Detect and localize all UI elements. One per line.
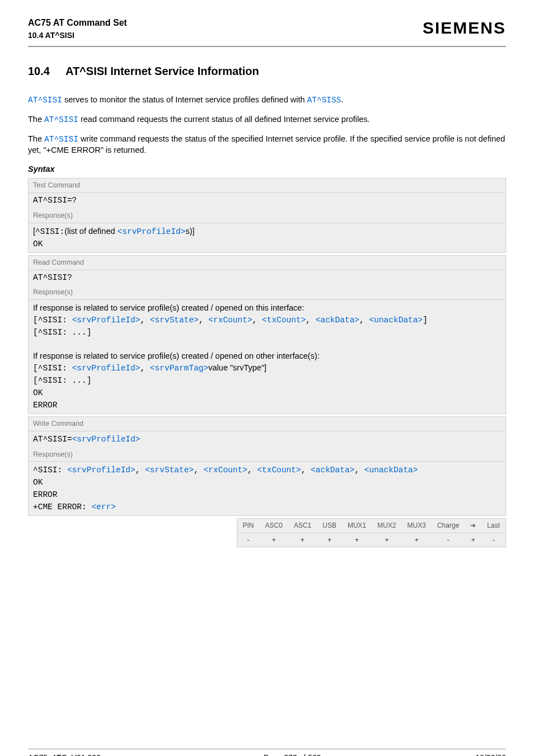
note: If response is related to service profil… bbox=[33, 303, 304, 312]
cme-error: +CME ERROR: bbox=[33, 503, 91, 511]
sep: , bbox=[306, 316, 315, 325]
read-command-block: Read Command AT^SISI? Response(s) If res… bbox=[28, 255, 506, 414]
page-header: AC75 AT Command Set 10.4 AT^SISI SIEMENS bbox=[28, 17, 506, 40]
header-left: AC75 AT Command Set 10.4 AT^SISI bbox=[28, 17, 127, 40]
ok: OK bbox=[33, 388, 43, 397]
cap-val: - bbox=[432, 533, 465, 547]
text: [ bbox=[33, 364, 38, 373]
param-srvprofileid[interactable]: <srvProfileId> bbox=[72, 435, 140, 444]
text: . bbox=[341, 95, 343, 104]
text: read command requests the current status… bbox=[78, 115, 370, 124]
param-srvprofileid[interactable]: <srvProfileId> bbox=[67, 466, 135, 475]
link-at-sisi[interactable]: AT^SISI bbox=[44, 115, 78, 124]
tag: ^SISI: bbox=[38, 364, 72, 373]
ok: OK bbox=[33, 478, 43, 487]
doc-subtitle: 10.4 AT^SISI bbox=[28, 30, 127, 41]
response-head: Response(s) bbox=[29, 285, 505, 300]
param-unackdata[interactable]: <unackData> bbox=[369, 316, 423, 325]
link-at-sisi[interactable]: AT^SISI bbox=[28, 96, 62, 105]
cap-val: + bbox=[372, 533, 401, 547]
sep: , bbox=[135, 466, 145, 475]
param-srvparmtag[interactable]: <srvParmTag> bbox=[150, 364, 208, 373]
cap-head: ASC1 bbox=[288, 519, 317, 533]
param-err[interactable]: <err> bbox=[91, 503, 116, 511]
param-ackdata[interactable]: <ackData> bbox=[311, 466, 354, 475]
doc-title: AC75 AT Command Set bbox=[28, 17, 127, 29]
link-at-siss[interactable]: AT^SISS bbox=[307, 96, 341, 105]
cap-head: USB bbox=[317, 519, 342, 533]
response-head: Response(s) bbox=[29, 209, 505, 223]
text: s)] bbox=[185, 227, 194, 236]
cap-value-row: - + + + + + + - + - bbox=[237, 533, 506, 547]
cap-val: + bbox=[288, 533, 317, 547]
capability-table-wrap: PIN ASC0 ASC1 USB MUX1 MUX2 MUX3 Charge … bbox=[28, 518, 506, 547]
sep: , bbox=[359, 316, 369, 325]
param-txcount[interactable]: <txCount> bbox=[262, 316, 306, 325]
link-at-sisi[interactable]: AT^SISI bbox=[44, 135, 78, 144]
section-heading: 10.4 AT^SISI Internet Service Informatio… bbox=[28, 64, 506, 79]
sep: , bbox=[247, 466, 257, 475]
cap-head: Charge bbox=[432, 519, 465, 533]
param-srvprofileid[interactable]: <srvProfileId> bbox=[72, 316, 140, 325]
cap-head: MUX2 bbox=[372, 519, 401, 533]
doc-id: AC75_ATC_V01.002 bbox=[28, 753, 109, 756]
text: [ bbox=[33, 316, 38, 325]
param-unackdata[interactable]: <unackData> bbox=[364, 466, 418, 475]
sep: , bbox=[301, 466, 311, 475]
block-head: Test Command bbox=[29, 179, 505, 193]
param-srvprofileid[interactable]: <srvProfileId> bbox=[118, 227, 186, 236]
param-srvprofileid[interactable]: <srvProfileId> bbox=[72, 364, 140, 373]
cap-val: + bbox=[465, 533, 481, 547]
text: ] bbox=[423, 316, 428, 325]
read-response: If response is related to service profil… bbox=[29, 300, 505, 414]
test-command: AT^SISI=? bbox=[29, 193, 505, 209]
cap-head: PIN bbox=[237, 519, 260, 533]
error: ERROR bbox=[33, 401, 58, 410]
syntax-label: Syntax bbox=[28, 164, 506, 175]
sep: , bbox=[354, 466, 364, 475]
header-rule bbox=[28, 46, 506, 47]
footer-date: 10/30/06 bbox=[476, 753, 507, 756]
response-head: Response(s) bbox=[29, 448, 505, 462]
tag: ^SISI: bbox=[33, 466, 67, 475]
intro-p2: The AT^SISI read command requests the cu… bbox=[28, 114, 506, 126]
footer-left: AC75_ATC_V01.002 Confidential / Released bbox=[28, 753, 109, 756]
capability-table: PIN ASC0 ASC1 USB MUX1 MUX2 MUX3 Charge … bbox=[237, 518, 507, 547]
write-command: AT^SISI=<srvProfileId> bbox=[29, 431, 505, 448]
text: The bbox=[28, 134, 44, 143]
param-srvstate[interactable]: <srvState> bbox=[150, 316, 199, 325]
write-command-block: Write Command AT^SISI=<srvProfileId> Res… bbox=[28, 416, 506, 516]
param-srvstate[interactable]: <srvState> bbox=[145, 466, 194, 475]
cap-head: Last bbox=[481, 519, 505, 533]
sep: , bbox=[252, 316, 262, 325]
cap-head: MUX3 bbox=[402, 519, 432, 533]
section-number: 10.4 bbox=[28, 64, 50, 79]
ok: OK bbox=[33, 240, 43, 248]
cap-val: - bbox=[237, 533, 260, 547]
tag: ^SISI: bbox=[35, 227, 64, 236]
read-command: AT^SISI? bbox=[29, 270, 505, 286]
cap-val: + bbox=[342, 533, 372, 547]
cap-val: + bbox=[317, 533, 342, 547]
cap-head: ASC0 bbox=[260, 519, 288, 533]
text: write command requests the status of the… bbox=[28, 134, 505, 155]
block-head: Write Command bbox=[29, 417, 505, 431]
page-number: Page 272 of 569 bbox=[264, 753, 321, 756]
param-txcount[interactable]: <txCount> bbox=[257, 466, 301, 475]
cap-head: MUX1 bbox=[342, 519, 372, 533]
param-rxcount[interactable]: <rxCount> bbox=[208, 316, 252, 325]
error: ERROR bbox=[33, 490, 58, 499]
text: (list of defined bbox=[64, 227, 117, 236]
cmd-prefix: AT^SISI= bbox=[33, 435, 72, 444]
continuation: [^SISI: ...] bbox=[33, 328, 91, 337]
sep: , bbox=[140, 364, 149, 373]
sep: , bbox=[194, 466, 203, 475]
text: The bbox=[28, 115, 44, 124]
brand-logo: SIEMENS bbox=[423, 17, 506, 40]
section-title: AT^SISI Internet Service Information bbox=[65, 64, 259, 79]
param-ackdata[interactable]: <ackData> bbox=[316, 316, 359, 325]
cap-val: + bbox=[402, 533, 432, 547]
page-footer: AC75_ATC_V01.002 Confidential / Released… bbox=[28, 749, 506, 756]
param-rxcount[interactable]: <rxCount> bbox=[204, 466, 247, 475]
cap-val: + bbox=[260, 533, 288, 547]
